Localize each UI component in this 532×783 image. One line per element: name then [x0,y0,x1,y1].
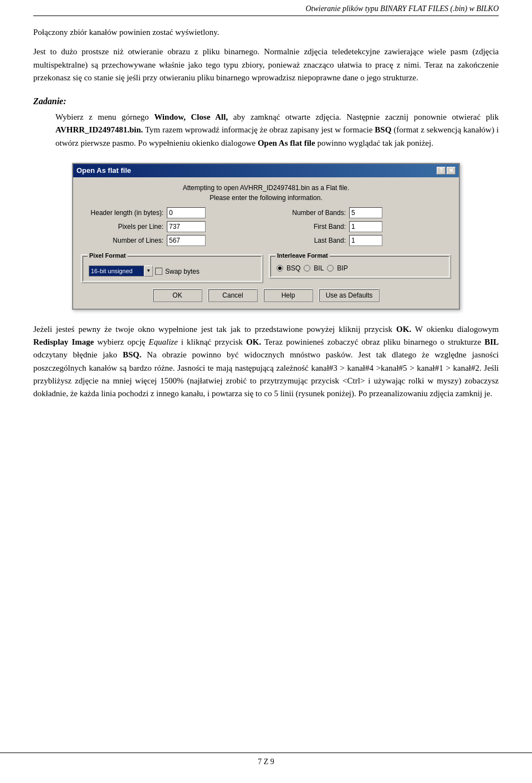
interleave-radio-row: BSQ BIL BIP [277,264,443,272]
paragraph-1: Połączony zbiór kanałów powinien zostać … [33,26,499,39]
page-number: 7 Z 9 [258,758,274,766]
first-band-row: First Band: [272,221,451,232]
dialog-buttons-row: OK Cancel Help Use as Defaults [81,289,451,302]
page-footer: 7 Z 9 [0,753,532,766]
left-fields: Header length (in bytes): Pixels per Lin… [81,207,260,249]
pixels-per-line-row: Pixels per Line: [81,221,260,232]
redisplay-image-bold: Redisplay Image [33,337,94,346]
bil-bold: BIL [484,337,499,346]
radio-bil-label: BIL [314,264,324,272]
filename-bold: AVHRR_ID2497481.bin. [55,125,143,134]
dialog-info-line2: Please enter the following information. [81,193,451,203]
radio-bil[interactable] [304,265,310,272]
first-band-input[interactable] [349,221,382,232]
titlebar-help-button[interactable]: ? [437,167,446,175]
radio-bsq[interactable] [277,265,283,272]
dialog-titlebar: Open As flat file ? ✕ [73,164,459,177]
bsq2-bold: BSQ. [122,350,141,359]
first-band-label: First Band: [272,223,349,231]
pixel-format-controls: 16-bit unsigned ▼ Swap bytes [89,265,255,277]
pixels-per-line-input[interactable] [167,221,206,232]
number-of-lines-input[interactable] [167,235,206,246]
number-of-bands-label: Number of Bands: [272,209,349,217]
dialog-info-line1: Attempting to open AVHRR_ID2497481.bin a… [81,183,451,193]
header-length-input[interactable] [167,207,206,218]
dialog-body: Attempting to open AVHRR_ID2497481.bin a… [73,177,459,309]
number-of-lines-label: Number of Lines: [81,237,167,244]
dialog-info: Attempting to open AVHRR_ID2497481.bin a… [81,183,451,203]
pixels-per-line-label: Pixels per Line: [81,223,167,231]
paragraph-4: Jeżeli jesteś pewny że twoje okno wypełn… [33,323,499,401]
swap-bytes-checkbox[interactable] [155,268,162,275]
number-of-bands-input[interactable] [349,207,382,218]
equalize-italic: Equalize [149,337,178,346]
window-close-all-bold: Window, Close All, [154,112,228,121]
interleave-format-group: Interleave Format BSQ BIL BIP [269,254,451,283]
titlebar-close-button[interactable]: ✕ [447,167,456,175]
header-title: Otwieranie plików typu BINARY FLAT FILES… [305,4,499,13]
header-length-label: Header length (in bytes): [81,209,167,217]
header-length-row: Header length (in bytes): [81,207,260,218]
right-fields: Number of Bands: First Band: Last Band: [272,207,451,249]
help-button[interactable]: Help [263,289,313,302]
number-of-bands-row: Number of Bands: [272,207,451,218]
open-as-flat-file-bold: Open As flat file [258,139,315,147]
combo-value: 16-bit unsigned [89,265,144,277]
cancel-button[interactable]: Cancel [208,289,258,302]
ok2-bold: OK. [246,337,261,346]
titlebar-controls: ? ✕ [437,167,456,175]
page-header: Otwieranie plików typu BINARY FLAT FILES… [33,0,499,16]
ok-button[interactable]: OK [152,289,202,302]
number-of-lines-row: Number of Lines: [81,235,260,246]
radio-bip-label: BIP [337,264,347,272]
pixel-format-combo[interactable]: 16-bit unsigned ▼ [89,265,153,277]
swap-bytes-row: Swap bytes [155,268,200,275]
ok-bold: OK. [396,325,411,334]
radio-bsq-label: BSQ [287,264,300,272]
paragraph-2: Jest to dużo prostsze niż otwieranie obr… [33,45,499,84]
section-label: Zadanie: [33,96,499,106]
last-band-label: Last Band: [272,237,349,244]
combo-arrow-icon[interactable]: ▼ [144,265,153,277]
swap-bytes-label: Swap bytes [165,268,200,275]
pixel-format-group: Pixel Format 16-bit unsigned ▼ [81,254,263,283]
interleave-format-label: Interleave Format [275,252,330,259]
paragraph-3: Wybierz z menu górnego Window, Close All… [55,111,499,150]
dialog-title: Open As flat file [76,166,131,175]
radio-bip[interactable] [327,265,334,272]
last-band-input[interactable] [349,235,382,246]
bsq-bold: BSQ [375,125,391,134]
last-band-row: Last Band: [272,235,451,246]
pixel-format-label: Pixel Format [88,252,127,259]
use-as-defaults-button[interactable]: Use as Defaults [319,289,380,302]
dialog-open-as-flat-file: Open As flat file ? ✕ Attempting to open… [72,163,460,310]
